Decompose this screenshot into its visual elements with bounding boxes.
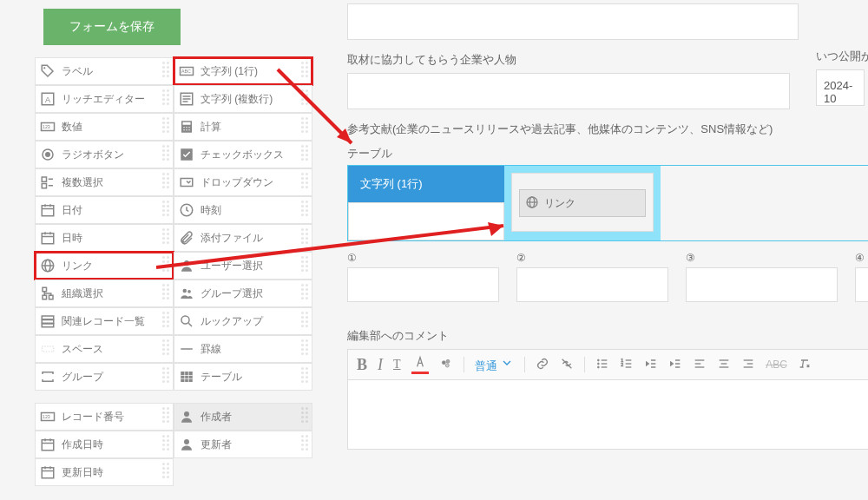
palette-item-123[interactable]: 123数値 <box>35 113 174 141</box>
palette-item-cal[interactable]: 日付 <box>35 196 174 224</box>
palette-item-group[interactable]: グループ <box>35 363 174 391</box>
field-label: 編集部へのコメント <box>347 328 868 344</box>
palette-item-label: チェックボックス <box>201 148 284 162</box>
column-number: ④ <box>855 252 868 264</box>
align-left-button[interactable] <box>693 357 707 373</box>
palette-item-cal[interactable]: 日時 <box>35 224 174 252</box>
text-field[interactable] <box>347 73 790 109</box>
editor-body[interactable] <box>347 380 868 450</box>
palette-item-clock[interactable]: 時刻 <box>174 196 312 224</box>
ol-button[interactable]: 12 <box>620 357 634 373</box>
palette-item-cal[interactable]: 更新日時 <box>35 458 174 486</box>
palette-item-check[interactable]: チェックボックス <box>174 141 312 168</box>
grip-icon <box>301 284 310 303</box>
palette-item-globe[interactable]: リンク <box>35 252 174 280</box>
grip-icon <box>162 117 171 136</box>
palette-item-radio[interactable]: ラジオボタン <box>35 141 174 168</box>
underline-button[interactable]: T <box>393 358 401 372</box>
svg-point-48 <box>181 316 189 324</box>
grip-icon <box>301 312 310 331</box>
bgcolor-button[interactable] <box>439 357 453 373</box>
ul-button[interactable] <box>595 357 609 373</box>
palette-item-cal[interactable]: 作成日時 <box>35 431 174 458</box>
palette-item-label: 添付ファイル <box>201 231 263 246</box>
palette-item-user[interactable]: 更新者 <box>174 431 312 458</box>
indent-button[interactable] <box>668 357 682 373</box>
strike-button[interactable]: ABC <box>766 359 787 371</box>
svg-point-77 <box>598 366 600 368</box>
palette-item-label: ラジオボタン <box>62 148 124 162</box>
palette-item-rel[interactable]: 関連レコード一覧 <box>35 307 174 335</box>
text-field[interactable] <box>347 3 799 40</box>
svg-rect-40 <box>43 287 47 292</box>
palette-item-org[interactable]: 組織選択 <box>35 280 174 307</box>
save-form-button[interactable]: フォームを保存 <box>43 9 181 45</box>
unlink-button[interactable] <box>560 357 574 373</box>
palette-item-A[interactable]: Aリッチエディター <box>35 85 174 113</box>
svg-rect-65 <box>42 468 54 478</box>
palette-item-multi[interactable]: 複数選択 <box>35 168 174 196</box>
align-right-button[interactable] <box>741 357 755 373</box>
grip-icon <box>162 435 171 454</box>
table-icon <box>178 368 195 385</box>
palette-item-user[interactable]: 作成者 <box>174 403 312 431</box>
palette-item-lines[interactable]: 文字列 (複数行) <box>174 85 312 113</box>
text-field[interactable] <box>347 267 499 302</box>
palette-item-label: 組織選択 <box>62 286 103 301</box>
palette-item-dd[interactable]: ドロップダウン <box>174 168 312 196</box>
color-button[interactable] <box>411 355 429 374</box>
user-icon <box>178 436 195 453</box>
palette-item-user[interactable]: ユーザー選択 <box>174 252 312 280</box>
palette-item-lookup[interactable]: ルックアップ <box>174 307 312 335</box>
svg-point-18 <box>188 129 190 131</box>
palette-item-tag[interactable]: ラベル <box>35 57 174 85</box>
grip-icon <box>162 367 171 386</box>
svg-text:123: 123 <box>43 414 50 419</box>
cal-icon <box>39 464 56 481</box>
italic-button[interactable]: I <box>378 356 383 374</box>
date-input[interactable]: 2024-10 <box>816 69 865 106</box>
palette-item-clip[interactable]: 添付ファイル <box>174 224 312 252</box>
text-field[interactable] <box>516 267 668 302</box>
grip-icon <box>162 339 171 359</box>
svg-point-59 <box>184 411 189 417</box>
palette-item-ABC[interactable]: ABC文字列 (1行) <box>174 57 312 85</box>
field-label: 参考文献(企業のニュースリリースや過去記事、他媒体のコンテンツ、SNS情報など) <box>347 122 868 137</box>
link-field-drop[interactable]: リンク <box>519 189 646 217</box>
align-center-button[interactable] <box>717 357 731 373</box>
palette-item-123[interactable]: 123レコード番号 <box>35 403 174 431</box>
bold-button[interactable]: B <box>357 356 367 374</box>
palette-item-space[interactable]: スペース <box>35 335 174 363</box>
table-input-cell[interactable] <box>348 202 504 240</box>
table-header-cell[interactable]: 文字列 (1行) <box>348 166 504 202</box>
grip-icon <box>301 256 310 275</box>
field-label: いつ公開か <box>816 49 868 64</box>
table-drop-cell[interactable]: リンク <box>504 166 661 240</box>
outdent-button[interactable] <box>644 357 658 373</box>
grip-icon <box>162 463 171 482</box>
svg-rect-22 <box>42 177 46 181</box>
palette-item-table[interactable]: テーブル <box>174 363 312 391</box>
palette-item-label: 罫線 <box>201 342 221 357</box>
palette-item-calc[interactable]: 計算 <box>174 113 312 141</box>
palette-item-label: 複数選択 <box>62 175 103 190</box>
table-widget[interactable]: 文字列 (1行) リンク <box>347 165 868 241</box>
grip-icon <box>162 284 171 303</box>
size-select[interactable]: 普通 <box>475 356 515 374</box>
palette-item-users[interactable]: グループ選択 <box>174 280 312 307</box>
editor-toolbar: B I T 普通 12 ABC <box>347 349 868 380</box>
column-number: ② <box>516 252 668 264</box>
palette-item-line[interactable]: 罫線 <box>174 335 312 363</box>
svg-rect-41 <box>43 295 47 299</box>
svg-rect-47 <box>42 324 54 327</box>
link-button[interactable] <box>536 357 549 373</box>
svg-point-39 <box>184 260 189 266</box>
text-field[interactable] <box>686 267 838 302</box>
text-field[interactable] <box>855 267 868 302</box>
svg-rect-26 <box>181 179 193 187</box>
clear-format-button[interactable] <box>798 357 812 373</box>
123-icon: 123 <box>39 118 56 135</box>
palette-item-label: ラベル <box>62 64 93 79</box>
svg-line-49 <box>188 323 192 326</box>
svg-rect-12 <box>183 122 191 125</box>
